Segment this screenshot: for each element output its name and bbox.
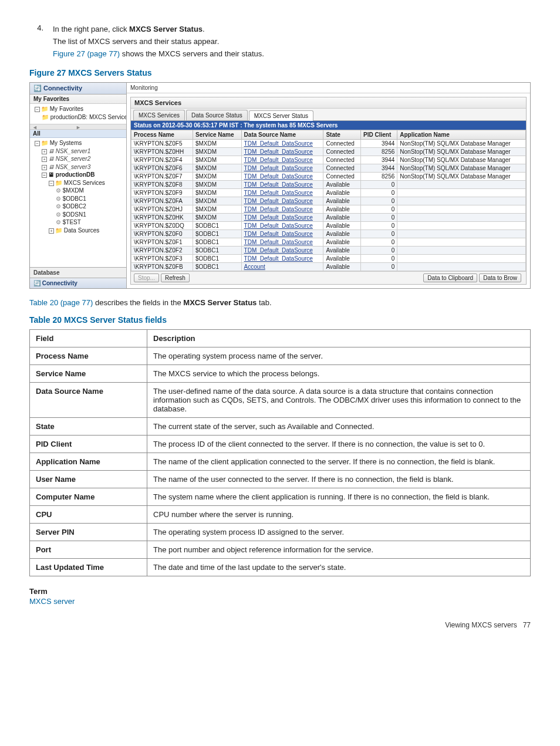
tree-mxdm[interactable]: ⚙ $MXDM — [31, 187, 125, 195]
cell-service: $ODBC1 — [193, 238, 241, 247]
collapse-icon[interactable]: − — [35, 107, 40, 112]
cell-app — [397, 263, 526, 271]
nav-tab-connectivity[interactable]: 🔄 Connectivity — [30, 278, 126, 288]
cell-process: \KRYPTON.$Z0F0 — [131, 230, 193, 238]
nav-header-connectivity[interactable]: 🔄 Connectivity — [30, 83, 126, 94]
cell-state: Available — [323, 197, 361, 205]
cell-process: \KRYPTON.$Z0DQ — [131, 222, 193, 230]
expand-icon[interactable]: + — [42, 157, 47, 162]
tree-stest[interactable]: ⚙ $TEST — [31, 218, 125, 227]
field-row: PID ClientThe process ID of the client c… — [30, 436, 531, 453]
field-desc: The current state of the server, such as… — [147, 418, 531, 436]
field-desc: The MXCS service to which the process be… — [147, 365, 531, 383]
tree-server3[interactable]: +🖥 NSK_server3 — [31, 163, 125, 171]
tree-my-favorites[interactable]: −📁 My Favorites — [31, 105, 125, 113]
cell-app — [397, 255, 526, 263]
cell-app — [397, 247, 526, 255]
field-desc: The port number and object reference inf… — [147, 541, 531, 559]
tree-odbc2[interactable]: ⚙ $ODBC2 — [31, 202, 125, 211]
cell-datasource[interactable]: TDM_Default_DataSource — [241, 148, 323, 156]
expand-icon[interactable]: + — [42, 149, 47, 154]
tree-server2[interactable]: +🖥 NSK_server2 — [31, 155, 125, 163]
table-row[interactable]: \KRYPTON.$Z0F1$ODBC1TDM_Default_DataSour… — [131, 238, 526, 247]
cell-datasource[interactable]: TDM_Default_DataSource — [241, 247, 323, 255]
tree-my-systems[interactable]: −📁 My Systems — [31, 139, 125, 147]
cell-state: Available — [323, 263, 361, 271]
tab-mxcs-server-status[interactable]: MXCS Server Status — [249, 110, 313, 121]
expand-icon[interactable]: + — [42, 165, 47, 170]
table-row[interactable]: \KRYPTON.$Z0F3$ODBC1TDM_Default_DataSour… — [131, 255, 526, 263]
tree-odbc1[interactable]: ⚙ $ODBC1 — [31, 195, 125, 203]
cell-datasource[interactable]: TDM_Default_DataSource — [241, 173, 323, 181]
cell-pid: 0 — [361, 247, 397, 255]
field-row: Data Source NameThe user-defined name of… — [30, 383, 531, 418]
table-row[interactable]: \KRYPTON.$Z0DQ$ODBC1TDM_Default_DataSour… — [131, 222, 526, 230]
term-block: Term MXCS server — [29, 587, 531, 606]
col-data-source-name[interactable]: Data Source Name — [241, 130, 323, 140]
nav-header-label: Connectivity — [43, 85, 82, 92]
nav-tab-database[interactable]: Database — [30, 267, 126, 278]
stop-button[interactable]: Stop... — [134, 274, 159, 282]
tab-mxcs-services[interactable]: MXCS Services — [133, 110, 185, 120]
cell-app — [397, 197, 526, 205]
table-row[interactable]: \KRYPTON.$Z0F0$ODBC1TDM_Default_DataSour… — [131, 230, 526, 238]
table-row[interactable]: \KRYPTON.$Z0HH$MXDMTDM_Default_DataSourc… — [131, 148, 526, 156]
cell-pid: 8256 — [361, 148, 397, 156]
cell-service: $ODBC1 — [193, 263, 241, 271]
table-row[interactable]: \KRYPTON.$Z0F4$MXDMTDM_Default_DataSourc… — [131, 156, 526, 164]
nav-scroll-strip[interactable]: ◄ ► — [30, 124, 126, 130]
table-row[interactable]: \KRYPTON.$Z0FA$MXDMTDM_Default_DataSourc… — [131, 197, 526, 205]
figure-ref-link[interactable]: Figure 27 (page 77) — [53, 49, 120, 58]
table-row[interactable]: \KRYPTON.$Z0F7$MXDMTDM_Default_DataSourc… — [131, 173, 526, 181]
table-row[interactable]: \KRYPTON.$Z0HJ$MXDMTDM_Default_DataSourc… — [131, 205, 526, 214]
cell-datasource[interactable]: TDM_Default_DataSource — [241, 222, 323, 230]
field-name: Computer Name — [30, 488, 147, 506]
tree-server1[interactable]: +🖥 NSK_server1 — [31, 147, 125, 156]
data-to-browser-button[interactable]: Data to Brow — [479, 274, 521, 282]
expand-icon[interactable]: + — [49, 228, 54, 234]
cell-datasource[interactable]: TDM_Default_DataSource — [241, 197, 323, 205]
table-row[interactable]: \KRYPTON.$Z0F6$MXDMTDM_Default_DataSourc… — [131, 164, 526, 173]
table-row[interactable]: \KRYPTON.$Z0FB$ODBC1AccountAvailable0 — [131, 263, 526, 271]
folder-icon: 📁 — [55, 180, 62, 186]
cell-process: \KRYPTON.$Z0F4 — [131, 156, 193, 164]
nav-all[interactable]: All — [30, 130, 126, 138]
cell-datasource[interactable]: TDM_Default_DataSource — [241, 230, 323, 238]
tree-data-sources[interactable]: +📁 Data Sources — [31, 227, 125, 235]
col-pid-client[interactable]: PID Client — [361, 130, 397, 140]
tree-fav-child[interactable]: 📁 productionDB: MXCS Services — [31, 113, 125, 121]
cell-app — [397, 181, 526, 189]
data-to-clipboard-button[interactable]: Data to Clipboard — [423, 274, 477, 282]
col-service-name[interactable]: Service Name — [193, 130, 241, 140]
cell-datasource[interactable]: TDM_Default_DataSource — [241, 238, 323, 247]
refresh-button[interactable]: Refresh — [161, 274, 190, 282]
field-desc: CPU number where the server is running. — [147, 506, 531, 524]
cell-datasource[interactable]: TDM_Default_DataSource — [241, 156, 323, 164]
cell-pid: 0 — [361, 255, 397, 263]
cell-datasource[interactable]: TDM_Default_DataSource — [241, 181, 323, 189]
tree-mxcs-services[interactable]: −📁 MXCS Services — [31, 179, 125, 187]
table-row[interactable]: \KRYPTON.$Z0F2$ODBC1TDM_Default_DataSour… — [131, 247, 526, 255]
table-row[interactable]: \KRYPTON.$Z0F9$MXDMTDM_Default_DataSourc… — [131, 189, 526, 197]
field-desc: The operating system process name of the… — [147, 347, 531, 365]
col-application-name[interactable]: Application Name — [397, 130, 526, 140]
cell-datasource[interactable]: Account — [241, 263, 323, 271]
col-process-name[interactable]: Process Name — [131, 130, 193, 140]
collapse-icon[interactable]: − — [35, 141, 40, 146]
tree-odsn1[interactable]: ⚙ $ODSN1 — [31, 211, 125, 219]
table-ref-link[interactable]: Table 20 (page 77) — [29, 298, 93, 307]
col-state[interactable]: State — [323, 130, 361, 140]
cell-datasource[interactable]: TDM_Default_DataSource — [241, 214, 323, 222]
cell-datasource[interactable]: TDM_Default_DataSource — [241, 189, 323, 197]
tree-productiondb[interactable]: −🖥 productionDB — [31, 171, 125, 179]
cell-datasource[interactable]: TDM_Default_DataSource — [241, 205, 323, 214]
table-row[interactable]: \KRYPTON.$Z0HK$MXDMTDM_Default_DataSourc… — [131, 214, 526, 222]
table-row[interactable]: \KRYPTON.$Z0F5$MXDMTDM_Default_DataSourc… — [131, 140, 526, 148]
table-row[interactable]: \KRYPTON.$Z0F8$MXDMTDM_Default_DataSourc… — [131, 181, 526, 189]
collapse-icon[interactable]: − — [49, 181, 54, 186]
cell-datasource[interactable]: TDM_Default_DataSource — [241, 164, 323, 173]
collapse-icon[interactable]: − — [42, 173, 47, 178]
tab-data-source-status[interactable]: Data Source Status — [186, 110, 248, 120]
cell-datasource[interactable]: TDM_Default_DataSource — [241, 255, 323, 263]
cell-datasource[interactable]: TDM_Default_DataSource — [241, 140, 323, 148]
